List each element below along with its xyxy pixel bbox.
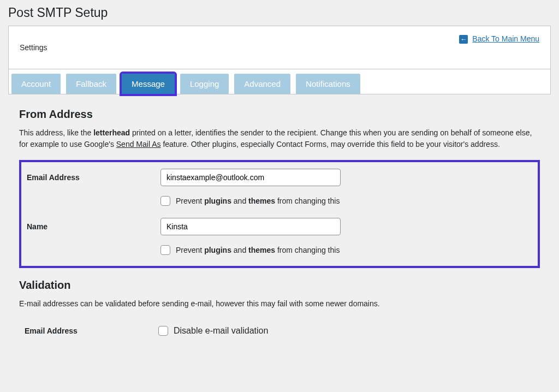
settings-panel: Settings Back To Main Menu xyxy=(8,26,551,69)
arrow-left-icon xyxy=(459,35,468,44)
desc-bold: letterhead xyxy=(93,128,130,137)
from-address-fields: Email Address Prevent plugins and themes… xyxy=(19,160,540,268)
email-label: Email Address xyxy=(27,173,160,182)
prevent-email-checkbox[interactable] xyxy=(160,196,170,206)
send-mail-as-link[interactable]: Send Mail As xyxy=(116,140,161,149)
email-row: Email Address xyxy=(27,169,532,186)
desc-text: feature. Other plugins, especially Conta… xyxy=(161,140,500,149)
from-address-heading: From Address xyxy=(19,108,540,121)
tab-logging[interactable]: Logging xyxy=(180,74,229,94)
validation-email-label: Email Address xyxy=(25,326,158,335)
validation-heading: Validation xyxy=(19,279,540,292)
tabs-row: Account Fallback Message Logging Advance… xyxy=(8,69,551,94)
name-label: Name xyxy=(27,222,160,231)
prevent-name-label: Prevent plugins and themes from changing… xyxy=(176,246,340,254)
prevent-name-checkbox[interactable] xyxy=(160,245,170,255)
tab-account[interactable]: Account xyxy=(11,74,61,94)
from-address-description: This address, like the letterhead printe… xyxy=(19,127,540,150)
settings-label: Settings xyxy=(20,43,47,52)
validation-description: E-mail addresses can be validated before… xyxy=(19,298,540,310)
email-address-input[interactable] xyxy=(160,169,341,186)
disable-validation-label: Disable e-mail validation xyxy=(174,326,268,336)
name-input[interactable] xyxy=(160,218,341,235)
name-row: Name xyxy=(27,218,532,235)
prevent-email-row: Prevent plugins and themes from changing… xyxy=(160,196,532,206)
prevent-name-row: Prevent plugins and themes from changing… xyxy=(160,245,532,255)
page-title: Post SMTP Setup xyxy=(8,5,551,20)
validation-fields: Email Address Disable e-mail validation xyxy=(19,319,540,343)
tab-notifications[interactable]: Notifications xyxy=(296,74,360,94)
prevent-email-label: Prevent plugins and themes from changing… xyxy=(176,197,340,205)
tab-advanced[interactable]: Advanced xyxy=(234,74,290,94)
content-area: From Address This address, like the lett… xyxy=(8,94,551,343)
desc-text: This address, like the xyxy=(19,128,93,137)
back-to-main-link[interactable]: Back To Main Menu xyxy=(472,34,539,43)
tab-fallback[interactable]: Fallback xyxy=(66,74,116,94)
disable-validation-checkbox[interactable] xyxy=(158,326,168,336)
back-link-container: Back To Main Menu xyxy=(459,34,539,44)
validation-email-row: Email Address Disable e-mail validation xyxy=(25,326,534,336)
tab-message[interactable]: Message xyxy=(122,74,175,94)
